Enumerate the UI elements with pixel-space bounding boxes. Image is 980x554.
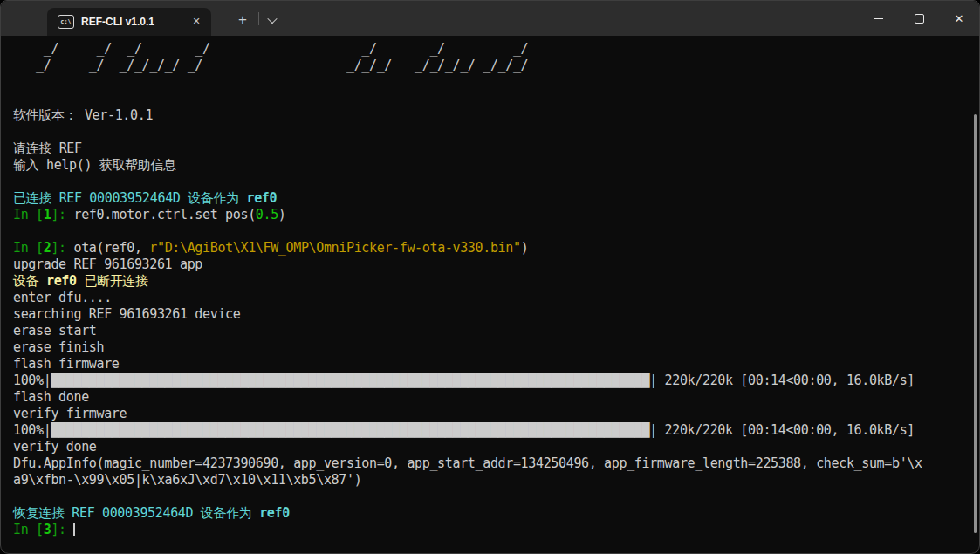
terminal-line: upgrade REF 961693261 app: [13, 256, 979, 273]
terminal-line: 输入 help() 获取帮助信息: [13, 157, 979, 174]
scrollbar[interactable]: [974, 114, 977, 533]
tab-bar-divider: [258, 12, 259, 25]
terminal-line: searching REF 961693261 device: [13, 306, 979, 323]
terminal-line: In [2]: ota(ref0, r"D:\AgiBot\X1\FW_OMP\…: [13, 240, 979, 256]
close-icon: ✕: [955, 12, 964, 25]
terminal-line: flash firmware: [13, 356, 979, 373]
terminal-line: 软件版本： Ver-1.0.1: [13, 107, 979, 124]
terminal-line: Dfu.AppInfo(magic_number=4237390690, app…: [13, 455, 979, 472]
terminal-line: _/ _/ _/_/_/_/ _/ _/_/_/ _/_/_/_/ _/_/_/: [13, 58, 979, 74]
terminal-line: [13, 223, 979, 240]
terminal-line: 已连接 REF 00003952464D 设备作为 ref0: [13, 190, 979, 207]
terminal-line: verify firmware: [13, 406, 979, 422]
terminal-line: enter dfu....: [13, 290, 979, 306]
terminal-line: erase start: [13, 323, 979, 339]
terminal-line: a9\xfbn-\x99\x05|k\xa6xJ\xd7\x10\x11\xb5…: [13, 472, 979, 489]
terminal-line: 恢复连接 REF 00003952464D 设备作为 ref0: [13, 505, 979, 522]
terminal-line: [13, 74, 979, 91]
minimize-button[interactable]: [859, 1, 899, 36]
terminal-line: 100%|███████████████████████████████████…: [13, 422, 979, 439]
terminal-line: [13, 124, 979, 140]
text-cursor: [73, 523, 75, 536]
tab-title: REF-CLI v1.0.1: [81, 16, 182, 28]
new-tab-button[interactable]: +: [230, 8, 255, 32]
terminal-line: 请连接 REF: [13, 140, 979, 157]
minimize-icon: [874, 18, 883, 19]
terminal-line: erase finish: [13, 339, 979, 356]
terminal-line: 设备 ref0 已断开连接: [13, 273, 979, 290]
chevron-down-icon: [267, 14, 277, 24]
terminal-line: [13, 174, 979, 190]
terminal-line: In [1]: ref0.motor.ctrl.set_pos(0.5): [13, 207, 979, 223]
tab-dropdown-button[interactable]: [260, 8, 284, 32]
titlebar[interactable]: c:\ REF-CLI v1.0.1 ✕ + ✕: [1, 1, 979, 36]
terminal-line: [13, 91, 979, 107]
terminal-line: In [3]:: [13, 522, 979, 538]
terminal-line: flash done: [13, 389, 979, 406]
cmd-icon: c:\: [58, 15, 74, 29]
terminal-line: verify done: [13, 439, 979, 455]
maximize-button[interactable]: [899, 1, 939, 36]
terminal-output[interactable]: _/ _/ _/ _/ _/ _/ _/ _/ _/ _/_/_/_/ _/ _…: [1, 36, 979, 553]
terminal-window: c:\ REF-CLI v1.0.1 ✕ + ✕ _/ _/ _/ _/ _/ …: [0, 0, 980, 554]
tab-close-icon[interactable]: ✕: [188, 14, 204, 30]
tab-ref-cli[interactable]: c:\ REF-CLI v1.0.1 ✕: [47, 8, 211, 36]
terminal-line: 100%|███████████████████████████████████…: [13, 373, 979, 389]
window-close-button[interactable]: ✕: [939, 1, 979, 36]
terminal-line: [13, 489, 979, 505]
maximize-icon: [915, 14, 924, 24]
terminal-line: _/ _/ _/ _/ _/ _/ _/: [13, 41, 979, 58]
